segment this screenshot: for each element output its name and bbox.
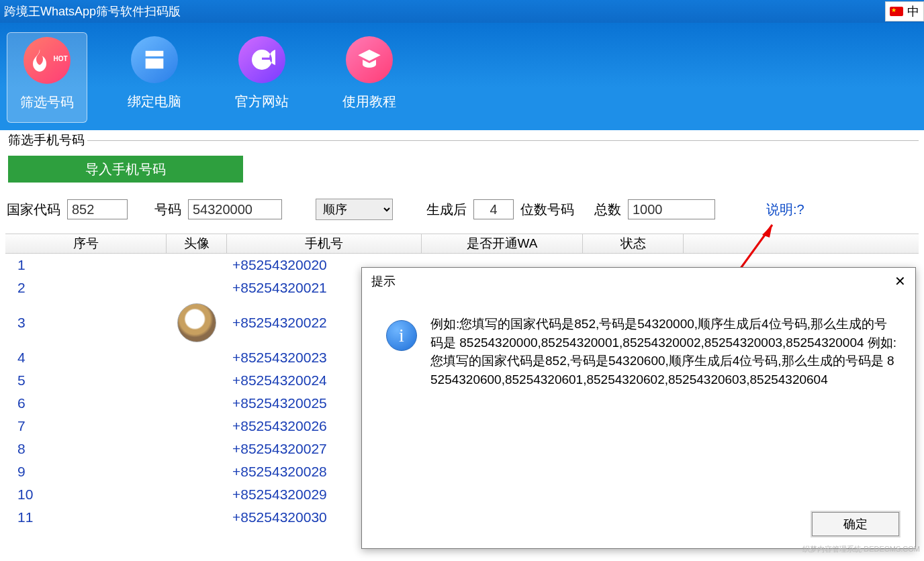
- cell-index: 10: [5, 487, 167, 503]
- ok-button[interactable]: 确定: [812, 512, 899, 536]
- cell-avatar: [167, 303, 227, 342]
- archive-icon: [131, 36, 178, 83]
- main-toolbar: HOT 筛选号码 绑定电脑 官方网站 使用教程: [0, 23, 924, 130]
- section-legend: 筛选手机号码: [5, 132, 87, 149]
- cell-index: 3: [5, 315, 167, 331]
- col-avatar[interactable]: 头像: [167, 234, 227, 253]
- toolbar-filter-numbers[interactable]: HOT 筛选号码: [7, 32, 87, 123]
- toolbar-bind-pc[interactable]: 绑定电脑: [114, 32, 195, 123]
- help-link[interactable]: 说明:?: [766, 201, 804, 219]
- cell-index: 7: [5, 418, 167, 434]
- cell-index: 9: [5, 464, 167, 480]
- grid-header: 序号 头像 手机号 是否开通WA 状态: [5, 234, 919, 254]
- dialog-title: 提示: [371, 273, 396, 289]
- language-selector[interactable]: 中: [885, 1, 924, 21]
- gen-after-label: 生成后: [426, 201, 467, 219]
- avatar: [177, 303, 216, 342]
- info-icon: i: [386, 320, 417, 351]
- col-wa[interactable]: 是否开通WA: [422, 234, 583, 253]
- lang-label: 中: [907, 3, 919, 19]
- flame-icon: HOT: [24, 37, 71, 84]
- dialog-text: 例如:您填写的国家代码是852,号码是54320000,顺序生成后4位号码,那么…: [430, 315, 898, 389]
- country-code-input[interactable]: [67, 199, 128, 219]
- order-select[interactable]: 顺序: [316, 199, 393, 220]
- graduation-icon: [346, 36, 393, 83]
- generator-row: 国家代码 号码 顺序 生成后 位数号码 总数 说明:?: [5, 199, 919, 220]
- digits-input[interactable]: [473, 199, 514, 219]
- cell-index: 1: [5, 257, 167, 273]
- total-label: 总数: [594, 201, 621, 219]
- col-index[interactable]: 序号: [5, 234, 167, 253]
- close-icon[interactable]: ✕: [894, 273, 906, 289]
- digits-suffix-label: 位数号码: [520, 201, 574, 219]
- cell-index: 6: [5, 395, 167, 411]
- flag-cn-icon: [890, 7, 903, 16]
- cell-index: 2: [5, 280, 167, 296]
- col-status[interactable]: 状态: [583, 234, 684, 253]
- toolbar-official-site[interactable]: 官方网站: [222, 32, 302, 123]
- titlebar: 跨境王WhatsApp筛号软件扫码版 中: [0, 0, 924, 23]
- number-label: 号码: [154, 201, 181, 219]
- toolbar-tutorial[interactable]: 使用教程: [329, 32, 410, 123]
- cell-index: 11: [5, 509, 167, 525]
- cell-index: 4: [5, 350, 167, 366]
- ie-icon: [238, 36, 285, 83]
- total-input[interactable]: [628, 199, 715, 219]
- watermark: 织梦内容管理系统 DEDECMS.COM: [802, 544, 920, 554]
- cell-index: 5: [5, 372, 167, 389]
- number-input[interactable]: [188, 199, 282, 219]
- info-dialog: 提示 ✕ i 例如:您填写的国家代码是852,号码是54320000,顺序生成后…: [361, 267, 916, 549]
- import-numbers-button[interactable]: 导入手机号码: [8, 156, 243, 183]
- cell-index: 8: [5, 441, 167, 457]
- country-code-label: 国家代码: [7, 201, 60, 219]
- col-phone[interactable]: 手机号: [227, 234, 422, 253]
- app-title: 跨境王WhatsApp筛号软件扫码版: [4, 3, 181, 19]
